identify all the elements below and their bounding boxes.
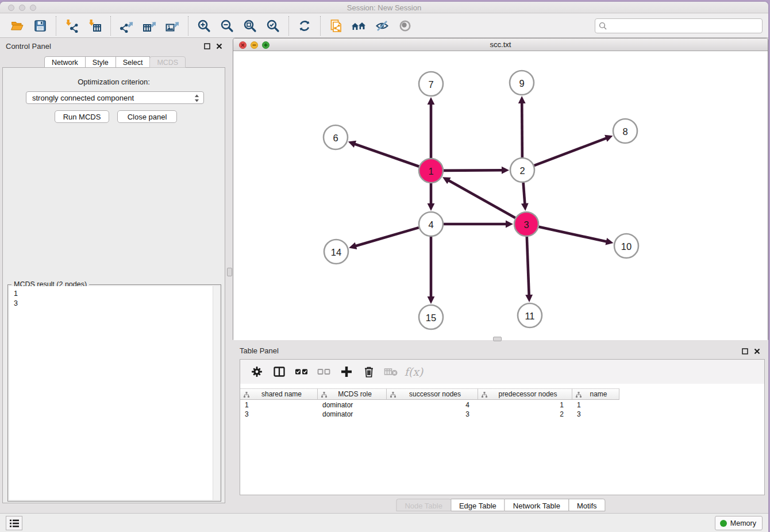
edge-arrowhead bbox=[605, 238, 613, 245]
table-cell[interactable]: 1 bbox=[240, 400, 318, 410]
table-rows: 1dominator4113dominator323 bbox=[240, 400, 764, 419]
import-table-icon[interactable] bbox=[83, 16, 106, 36]
search-container bbox=[595, 18, 763, 33]
table-cell[interactable]: 2 bbox=[478, 410, 572, 419]
criterion-select[interactable]: strongly connected component bbox=[26, 91, 204, 104]
node-label-8: 8 bbox=[622, 126, 627, 137]
float-table-panel-icon[interactable] bbox=[741, 348, 748, 354]
edge-3-10[interactable] bbox=[538, 227, 607, 242]
clone-network-icon[interactable] bbox=[325, 16, 348, 36]
table-panel: Table Panel f(x) shared nameMCDS rolesuc… bbox=[233, 343, 768, 513]
node-label-4: 4 bbox=[428, 219, 433, 230]
node-label-15: 15 bbox=[426, 313, 436, 323]
zoom-out-icon[interactable] bbox=[215, 16, 238, 36]
optimization-criterion-label: Optimization criterion: bbox=[3, 78, 225, 86]
edge-1-6[interactable] bbox=[354, 144, 419, 167]
memory-label: Memory bbox=[730, 519, 756, 527]
node-label-1: 1 bbox=[428, 166, 433, 176]
task-history-button[interactable] bbox=[6, 516, 22, 530]
close-table-panel-icon[interactable] bbox=[753, 348, 760, 354]
status-bar: Memory bbox=[0, 513, 768, 532]
table-row[interactable]: 3dominator323 bbox=[240, 410, 764, 419]
table-cell[interactable]: dominator bbox=[318, 410, 387, 419]
column-header-shared-name[interactable]: shared name bbox=[240, 388, 318, 400]
close-panel-icon[interactable] bbox=[215, 43, 222, 49]
edge-2-8[interactable] bbox=[534, 138, 607, 165]
control-panel: Control Panel NetworkStyleSelectMCDS Opt… bbox=[0, 37, 228, 513]
delete-table-icon bbox=[382, 363, 401, 381]
table-cell[interactable]: 3 bbox=[572, 410, 619, 419]
node-label-11: 11 bbox=[525, 311, 534, 321]
table-cell[interactable]: 4 bbox=[387, 400, 478, 410]
float-panel-icon[interactable] bbox=[203, 43, 210, 49]
table-cell[interactable]: 1 bbox=[478, 400, 572, 410]
network-canvas[interactable]: 7968124314101511 bbox=[233, 51, 768, 340]
zoom-fit-icon[interactable] bbox=[238, 16, 261, 36]
tab-select[interactable]: Select bbox=[116, 56, 151, 68]
table-cell[interactable]: 3 bbox=[387, 410, 478, 419]
tab-node-table[interactable]: Node Table bbox=[396, 499, 451, 511]
node-label-14: 14 bbox=[331, 247, 341, 257]
edge-1-2[interactable] bbox=[444, 170, 503, 171]
zoom-in-icon[interactable] bbox=[192, 16, 215, 36]
column-header-predecessor-nodes[interactable]: predecessor nodes bbox=[478, 388, 572, 400]
zoom-selected-icon[interactable] bbox=[261, 16, 284, 36]
save-session-icon[interactable] bbox=[29, 16, 52, 36]
tab-motifs[interactable]: Motifs bbox=[568, 499, 606, 511]
network-window-titlebar[interactable]: scc.txt bbox=[233, 38, 768, 51]
edge-4-14[interactable] bbox=[355, 228, 419, 246]
edge-3-11[interactable] bbox=[527, 237, 529, 296]
mcds-panel: Optimization criterion: strongly connect… bbox=[2, 67, 225, 503]
control-panel-title: Control Panel bbox=[6, 42, 51, 51]
column-header-name[interactable]: name bbox=[572, 388, 619, 400]
table-options-icon[interactable] bbox=[247, 363, 267, 381]
node-table: f(x) shared nameMCDS rolesuccessor nodes… bbox=[240, 359, 765, 495]
tab-network[interactable]: Network bbox=[44, 56, 86, 68]
export-image-icon[interactable] bbox=[161, 16, 184, 36]
memory-button[interactable]: Memory bbox=[715, 516, 763, 530]
result-scrollbar[interactable] bbox=[213, 286, 220, 500]
hide-selected-icon[interactable] bbox=[371, 16, 394, 36]
edge-3-1[interactable] bbox=[448, 180, 515, 218]
node-label-7: 7 bbox=[428, 79, 433, 90]
table-cell[interactable]: dominator bbox=[318, 400, 387, 410]
apply-layout-icon[interactable] bbox=[293, 16, 316, 36]
tab-style[interactable]: Style bbox=[85, 56, 116, 68]
memory-status-icon bbox=[720, 520, 727, 527]
show-all-icon bbox=[394, 16, 417, 36]
mcds-result-text-area[interactable]: 1 3 bbox=[9, 286, 220, 500]
node-label-9: 9 bbox=[519, 78, 524, 88]
import-network-icon[interactable] bbox=[60, 16, 83, 36]
window-title: Session: New Session bbox=[0, 3, 768, 12]
edge-2-3[interactable] bbox=[523, 183, 525, 205]
toggle-panel-split-icon[interactable] bbox=[270, 363, 289, 381]
delete-columns-icon[interactable] bbox=[359, 363, 379, 381]
export-table-icon[interactable] bbox=[138, 16, 161, 36]
horizontal-splitter-handle[interactable] bbox=[493, 337, 502, 341]
export-network-icon[interactable] bbox=[115, 16, 138, 36]
tab-network-table[interactable]: Network Table bbox=[505, 499, 569, 511]
first-neighbors-icon[interactable] bbox=[348, 16, 371, 36]
select-all-rows-icon[interactable] bbox=[292, 363, 311, 381]
node-label-10: 10 bbox=[621, 241, 632, 252]
close-panel-button[interactable]: Close panel bbox=[117, 110, 177, 123]
toolbar-button-group bbox=[6, 16, 417, 36]
tab-edge-table[interactable]: Edge Table bbox=[451, 499, 505, 511]
add-column-icon[interactable] bbox=[337, 363, 356, 381]
vertical-splitter-handle[interactable] bbox=[227, 268, 232, 276]
tab-mcds[interactable]: MCDS bbox=[149, 56, 186, 68]
open-file-icon[interactable] bbox=[6, 16, 29, 36]
table-cell[interactable]: 3 bbox=[240, 410, 318, 419]
run-mcds-button[interactable]: Run MCDS bbox=[55, 110, 109, 123]
node-label-3: 3 bbox=[523, 219, 529, 230]
search-input[interactable] bbox=[595, 18, 763, 33]
toolbar-separator bbox=[188, 16, 188, 36]
edge-arrowhead bbox=[428, 296, 435, 304]
table-cell[interactable]: 1 bbox=[572, 400, 619, 410]
deselect-all-rows-icon[interactable] bbox=[314, 363, 334, 381]
edge-arrowhead bbox=[428, 97, 435, 105]
column-header-successor-nodes[interactable]: successor nodes bbox=[387, 388, 478, 400]
column-header-MCDS-role[interactable]: MCDS role bbox=[318, 388, 387, 400]
edge-2-9[interactable] bbox=[522, 102, 522, 157]
table-row[interactable]: 1dominator411 bbox=[240, 400, 764, 410]
